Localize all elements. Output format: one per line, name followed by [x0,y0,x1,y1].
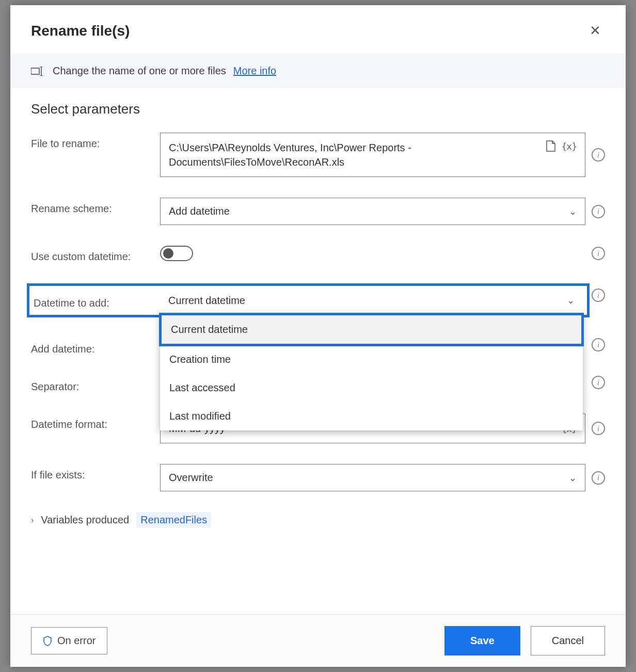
chevron-down-icon: ⌄ [569,206,577,217]
label-use-custom-datetime: Use custom datetime: [31,246,160,263]
label-datetime-to-add: Datetime to add: [30,292,160,309]
info-banner: Change the name of one or more files Mor… [10,54,626,88]
label-rename-scheme: Rename scheme: [31,198,160,215]
info-icon[interactable]: i [592,247,605,260]
dropdown-item-last-modified[interactable]: Last modified [160,402,583,430]
info-icon[interactable]: i [592,289,605,302]
save-button[interactable]: Save [444,626,520,655]
rename-files-dialog: Rename file(s) ✕ Change the name of one … [10,5,626,667]
toggle-use-custom-datetime[interactable] [160,246,193,261]
label-separator: Separator: [31,376,160,393]
more-info-link[interactable]: More info [233,65,276,77]
row-if-file-exists: If file exists: Overwrite ⌄ i [31,464,605,491]
select-if-file-exists[interactable]: Overwrite ⌄ [160,464,585,491]
rename-icon [31,66,45,76]
dropdown-item-last-accessed[interactable]: Last accessed [160,374,583,402]
dialog-footer: On error Save Cancel [10,614,626,667]
cancel-button[interactable]: Cancel [531,626,605,655]
info-icon[interactable]: i [592,148,605,162]
row-variables-produced[interactable]: › Variables produced RenamedFiles [31,512,605,528]
dropdown-item-creation-time[interactable]: Creation time [160,345,583,374]
info-icon[interactable]: i [592,376,605,389]
chevron-down-icon: ⌄ [569,472,577,484]
dialog-body: Select parameters File to rename: C:\Use… [10,88,626,614]
on-error-label: On error [57,635,96,647]
on-error-button[interactable]: On error [31,627,107,654]
row-datetime-to-add: Datetime to add: Current datetime ⌄ Curr… [31,283,605,317]
label-add-datetime: Add datetime: [31,338,160,355]
input-file-to-rename[interactable]: C:\Users\PA\Reynolds Ventures, Inc\Power… [160,133,585,177]
label-if-file-exists: If file exists: [31,464,160,481]
chevron-right-icon: › [31,516,34,525]
variable-picker-icon[interactable]: {x} [561,141,577,152]
variable-chip-renamedfiles[interactable]: RenamedFiles [136,512,211,528]
info-icon[interactable]: i [592,422,605,435]
section-title: Select parameters [31,101,605,117]
shield-icon [43,636,52,646]
chevron-down-icon: ⌄ [567,295,575,306]
label-datetime-format: Datetime format: [31,413,160,430]
select-rename-scheme[interactable]: Add datetime ⌄ [160,198,585,225]
dialog-title: Rename file(s) [31,23,130,39]
row-use-custom-datetime: Use custom datetime: i [31,246,605,263]
variables-produced-label: Variables produced [41,514,129,526]
select-datetime-to-add[interactable]: Current datetime ⌄ Current datetime Crea… [160,287,583,314]
info-icon[interactable]: i [592,205,605,218]
info-icon[interactable]: i [592,338,605,351]
info-icon[interactable]: i [592,471,605,485]
file-picker-icon[interactable] [546,140,556,152]
if-file-exists-value: Overwrite [169,472,213,484]
rename-scheme-value: Add datetime [169,205,230,217]
banner-text: Change the name of one or more files [53,65,226,77]
dropdown-item-current-datetime[interactable]: Current datetime [159,313,584,346]
dialog-header: Rename file(s) ✕ [10,5,626,54]
file-path-value: C:\Users\PA\Reynolds Ventures, Inc\Power… [169,140,546,169]
row-file-to-rename: File to rename: C:\Users\PA\Reynolds Ven… [31,133,605,177]
toggle-knob [163,248,173,259]
close-icon[interactable]: ✕ [585,21,605,41]
datetime-to-add-value: Current datetime [168,295,245,307]
dropdown-datetime-to-add: Current datetime Creation time Last acce… [160,314,583,430]
svg-rect-0 [31,68,39,74]
row-rename-scheme: Rename scheme: Add datetime ⌄ i [31,198,605,225]
label-file-to-rename: File to rename: [31,133,160,150]
